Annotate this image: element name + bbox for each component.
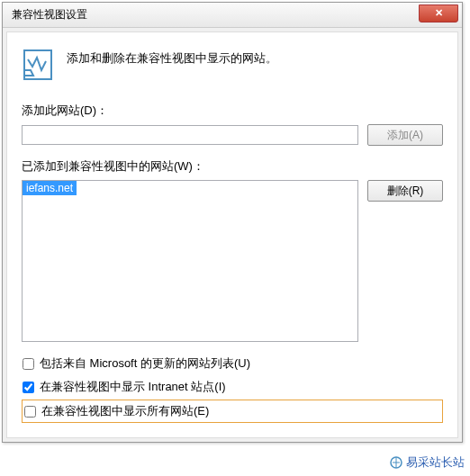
watermark-text: 易采站长站 xyxy=(406,454,465,471)
dialog-content: 添加和删除在兼容性视图中显示的网站。 添加此网站(D)： 添加(A) 已添加到兼… xyxy=(6,31,458,438)
window-title: 兼容性视图设置 xyxy=(12,7,87,22)
watermark-icon xyxy=(389,455,403,470)
header-description: 添加和删除在兼容性视图中显示的网站。 xyxy=(67,49,277,67)
website-listbox[interactable]: iefans.net xyxy=(22,180,358,342)
highlighted-checkbox-container: 在兼容性视图中显示所有网站(E) xyxy=(22,400,443,423)
header-row: 添加和删除在兼容性视图中显示的网站。 xyxy=(22,49,443,81)
close-icon: ✕ xyxy=(435,7,443,19)
dialog-window: 兼容性视图设置 ✕ 添加和删除在兼容性视图中显示的网站。 添加此网站(D)： 添… xyxy=(2,2,463,443)
add-website-row: 添加(A) xyxy=(22,124,443,146)
compat-view-icon xyxy=(22,49,54,81)
watermark: 易采站长站 xyxy=(389,454,465,471)
checkbox-all-sites-label: 在兼容性视图中显示所有网站(E) xyxy=(41,403,209,419)
checkbox-all-sites[interactable]: 在兼容性视图中显示所有网站(E) xyxy=(23,402,441,420)
list-item[interactable]: iefans.net xyxy=(23,181,77,195)
remove-button[interactable]: 删除(R) xyxy=(367,180,443,202)
added-list-label: 已添加到兼容性视图中的网站(W)： xyxy=(22,158,443,175)
add-website-label: 添加此网站(D)： xyxy=(22,103,443,119)
titlebar: 兼容性视图设置 ✕ xyxy=(3,3,462,28)
checkbox-ms-update[interactable]: 包括来自 Microsoft 的更新的网站列表(U) xyxy=(22,355,443,373)
checkbox-intranet-input[interactable] xyxy=(23,382,34,393)
checkbox-ms-update-input[interactable] xyxy=(23,358,34,370)
add-button[interactable]: 添加(A) xyxy=(367,124,443,146)
added-list-row: iefans.net 删除(R) xyxy=(22,180,443,342)
checkbox-intranet[interactable]: 在兼容性视图中显示 Intranet 站点(I) xyxy=(22,378,443,396)
add-website-input[interactable] xyxy=(22,125,358,145)
checkbox-intranet-label: 在兼容性视图中显示 Intranet 站点(I) xyxy=(40,379,226,395)
checkbox-all-sites-input[interactable] xyxy=(24,406,36,418)
checkbox-ms-update-label: 包括来自 Microsoft 的更新的网站列表(U) xyxy=(40,355,250,372)
close-button[interactable]: ✕ xyxy=(419,4,458,22)
